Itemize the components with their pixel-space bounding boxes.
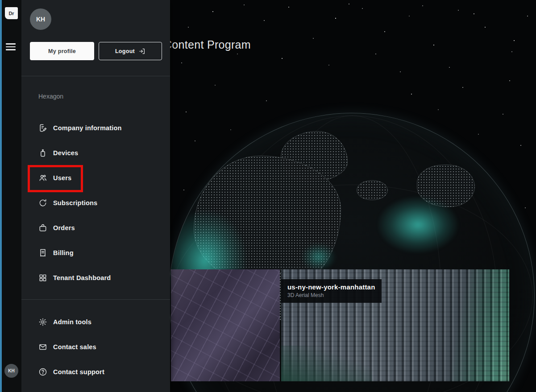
menu-icon	[6, 43, 16, 45]
app-logo[interactable]: Dr	[5, 7, 18, 19]
question-circle-icon	[38, 367, 47, 376]
page-title: Content Program	[170, 38, 251, 51]
sidebar-item-label: Contact support	[53, 368, 104, 375]
refresh-icon	[38, 198, 47, 207]
sidebar-item-contact-support[interactable]: Contact support	[21, 359, 170, 384]
left-rail: Dr KH	[2, 0, 21, 392]
my-profile-button[interactable]: My profile	[30, 42, 94, 60]
app-window: Content Program us-ny-new-york-manhattan…	[0, 0, 536, 392]
logout-icon	[138, 48, 145, 55]
sidebar-item-label: Orders	[53, 224, 75, 231]
gear-icon	[38, 318, 47, 326]
globe-highlight	[377, 196, 459, 254]
menu-icon	[6, 46, 16, 48]
sidebar-item-label: Users	[53, 174, 71, 182]
sidebar-item-label: Company information	[53, 124, 122, 132]
avatar[interactable]: KH	[4, 364, 18, 378]
logout-button-label: Logout	[115, 48, 135, 54]
sidebar-item-label: Admin tools	[53, 318, 91, 326]
drawer-nav: Company information Devices Users Subscr…	[21, 116, 170, 290]
globe-highlight	[301, 243, 337, 272]
sidebar-item-devices[interactable]: Devices	[21, 140, 170, 165]
sidebar-item-billing[interactable]: Billing	[21, 240, 170, 265]
card-title: us-ny-new-york-manhattan	[287, 283, 375, 291]
sidebar-item-label: Subscriptions	[53, 199, 97, 206]
sidebar-item-tenant-dashboard[interactable]: Tenant Dashboard	[21, 265, 170, 290]
sidebar-item-label: Devices	[53, 149, 78, 157]
window-edge-strip	[0, 0, 2, 392]
sidebar-item-contact-sales[interactable]: Contact sales	[21, 334, 170, 359]
grid-icon	[38, 273, 47, 282]
card-subtitle: 3D Aerial Mesh	[287, 292, 375, 298]
globe-landmass	[357, 180, 388, 200]
receipt-icon	[38, 248, 47, 257]
section-label-tenant: Hexagon	[38, 93, 63, 100]
menu-toggle-button[interactable]	[6, 42, 17, 52]
account-drawer: KH My profile Logout Hexagon Company inf…	[21, 0, 170, 392]
device-tag-icon	[38, 149, 47, 157]
sidebar-item-subscriptions[interactable]: Subscriptions	[21, 190, 170, 215]
content-card-city-aerial[interactable]	[171, 269, 280, 381]
sidebar-item-label: Tenant Dashboard	[53, 274, 111, 281]
sidebar-item-label: Billing	[53, 249, 74, 256]
sidebar-item-admin-tools[interactable]: Admin tools	[21, 309, 170, 334]
sidebar-item-orders[interactable]: Orders	[21, 215, 170, 240]
menu-icon	[6, 49, 16, 50]
card-label-chip: us-ny-new-york-manhattan 3D Aerial Mesh	[281, 279, 382, 303]
main-content: Content Program us-ny-new-york-manhattan…	[170, 0, 536, 392]
sidebar-item-label: Contact sales	[53, 343, 96, 351]
users-icon	[38, 173, 47, 182]
avatar[interactable]: KH	[30, 8, 51, 30]
divider	[21, 299, 170, 300]
mail-icon	[38, 342, 47, 351]
briefcase-icon	[38, 223, 47, 232]
sidebar-item-users[interactable]: Users	[21, 165, 170, 190]
content-card-manhattan[interactable]: us-ny-new-york-manhattan 3D Aerial Mesh	[281, 269, 509, 381]
drawer-footer-nav: Admin tools Contact sales Contact suppor…	[21, 309, 170, 384]
sidebar-item-company-information[interactable]: Company information	[21, 116, 170, 140]
document-edit-icon	[38, 124, 47, 132]
divider	[21, 76, 170, 76]
logout-button[interactable]: Logout	[99, 42, 162, 60]
